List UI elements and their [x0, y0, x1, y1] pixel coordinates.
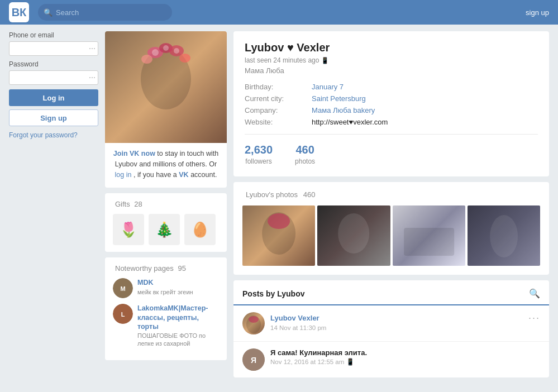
stats-row: 2,630 followers 460 photos: [245, 141, 538, 168]
post-avatar-1: [242, 312, 265, 334]
svg-point-14: [268, 213, 290, 229]
gifts-title: Gifts 28: [113, 200, 219, 208]
profile-name-text: Lyubov ♥ Vexler: [245, 41, 330, 54]
search-posts-icon[interactable]: 🔍: [529, 288, 540, 299]
page-avatar-lakomka: L: [113, 304, 133, 324]
website-label: Website:: [245, 118, 306, 126]
gifts-row: 🌷 🎄 🥚: [113, 214, 219, 245]
left-sidebar: Phone or email ⋯ Password ⋯ Log in Sign …: [9, 31, 98, 377]
city-label: Current city:: [245, 94, 306, 103]
profile-field-website: Website: http://sweet♥vexler.com: [245, 118, 538, 126]
svg-point-5: [179, 54, 190, 63]
photo-thumb-2[interactable]: [317, 205, 390, 266]
forgot-password-link[interactable]: Forgot your password?: [9, 131, 78, 139]
photos-label: photos: [295, 157, 315, 165]
profile-nickname: Мама Люба: [245, 66, 538, 75]
middle-column: Join VK now to stay in touch with Lyubov…: [105, 31, 227, 377]
gift-item: 🥚: [184, 214, 216, 245]
post-name-row-1: Lyubov Vexler ···: [270, 312, 540, 324]
svg-point-7: [163, 45, 169, 51]
photo-thumb-1[interactable]: [242, 205, 315, 266]
svg-text:Я: Я: [251, 356, 256, 365]
join-vk-bold[interactable]: Join VK now: [113, 150, 155, 157]
svg-text:L: L: [121, 311, 125, 318]
profile-name-row: Lyubov ♥ Vexler last seen 24 minutes ago…: [245, 41, 538, 64]
post-content-1: Lyubov Vexler ··· 14 Nov at 11:30 pm: [270, 312, 540, 334]
profile-photo-card: Join VK now to stay in touch with Lyubov…: [105, 31, 227, 188]
post-time-2: Nov 12, 2016 at 12:55 am 📱: [270, 358, 540, 366]
phone-input-wrap: ⋯: [9, 41, 98, 56]
post-time-1: 14 Nov at 11:30 pm: [270, 324, 540, 331]
svg-point-17: [490, 215, 518, 257]
stat-followers[interactable]: 2,630 followers: [245, 144, 273, 165]
post-name-1[interactable]: Lyubov Vexler: [270, 314, 319, 322]
svg-point-8: [174, 48, 179, 54]
posts-title: Posts by Lyubov: [242, 289, 305, 298]
header-signup-link[interactable]: sign up: [526, 8, 549, 17]
page-sub-mdk: мейк вк грейт эгеин: [137, 288, 219, 296]
right-column: Lyubov ♥ Vexler last seen 24 minutes ago…: [233, 31, 549, 377]
profile-field-birthday: Birthday: January 7: [245, 83, 538, 91]
page-info-lakomka: LakomkaMK|Мастер-классы, рецепты, торты …: [137, 304, 219, 347]
page-item-mdk: M MDK мейк вк грейт эгеин: [113, 278, 219, 298]
post-content-2: Я сама! Кулинарная элита. Nov 12, 2016 a…: [270, 348, 540, 371]
password-input[interactable]: [9, 70, 98, 85]
company-value[interactable]: Мама Люба bakery: [312, 106, 375, 114]
page-avatar-mdk: M: [113, 278, 133, 298]
birthday-label: Birthday:: [245, 83, 306, 91]
followers-count: 2,630: [245, 144, 273, 156]
post-title-2[interactable]: Я сама! Кулинарная элита.: [270, 348, 540, 357]
header: ВК 🔍 sign up: [0, 0, 558, 25]
svg-point-4: [141, 55, 152, 64]
svg-text:M: M: [120, 285, 125, 292]
gift-item: 🌷: [113, 214, 144, 245]
profile-name: Lyubov ♥ Vexler last seen 24 minutes ago…: [245, 41, 330, 64]
phone-label: Phone or email: [9, 31, 98, 39]
mobile-icon: 📱: [321, 57, 329, 64]
photo-thumb-4[interactable]: [468, 205, 540, 266]
photos-count: 460: [295, 144, 315, 156]
photo-thumb-3[interactable]: [393, 205, 465, 266]
page-item-lakomka: L LakomkaMK|Мастер-классы, рецепты, торт…: [113, 304, 219, 347]
post-avatar-2: Я: [242, 348, 265, 371]
photos-card: Lyubov's photos 460: [233, 182, 549, 275]
pages-title: Noteworthy pages 95: [113, 264, 219, 273]
photos-grid: [242, 205, 540, 266]
search-input[interactable]: [56, 8, 166, 17]
followers-label: followers: [245, 157, 273, 165]
main-layout: Phone or email ⋯ Password ⋯ Log in Sign …: [0, 25, 558, 384]
login-button[interactable]: Log in: [9, 89, 98, 106]
phone-input[interactable]: [9, 41, 98, 56]
login-link[interactable]: log in: [115, 171, 132, 179]
website-value[interactable]: http://sweet♥vexler.com: [312, 118, 388, 126]
search-bar: 🔍: [38, 4, 172, 21]
city-value[interactable]: Saint Petersburg: [312, 94, 366, 103]
svg-point-15: [338, 213, 369, 254]
posts-header: Posts by Lyubov 🔍: [233, 280, 549, 305]
post-item-1: Lyubov Vexler ··· 14 Nov at 11:30 pm: [233, 305, 549, 342]
search-icon: 🔍: [44, 8, 53, 17]
signup-button[interactable]: Sign up: [9, 109, 98, 126]
last-seen: last seen 24 minutes ago 📱: [245, 56, 330, 64]
birthday-value[interactable]: January 7: [312, 83, 344, 91]
post-more-1[interactable]: ···: [528, 312, 540, 324]
posts-card: Posts by Lyubov 🔍 Lyubov Vexler ··· 14 N…: [233, 280, 549, 377]
stat-photos[interactable]: 460 photos: [295, 144, 315, 165]
page-name-lakomka[interactable]: LakomkaMK|Мастер-классы, рецепты, торты: [137, 304, 219, 331]
gift-item: 🎄: [149, 214, 180, 245]
password-label: Password: [9, 60, 98, 68]
page-sub-lakomka: ПОШАГОВЫЕ ФОТО по лепке из сахарной: [137, 332, 219, 348]
company-label: Company:: [245, 106, 306, 114]
vk-logo[interactable]: ВК: [9, 2, 29, 22]
page-name-mdk[interactable]: MDK: [137, 278, 219, 287]
gifts-card: Gifts 28 🌷 🎄 🥚: [105, 193, 227, 252]
phone-eye-icon: ⋯: [89, 45, 96, 52]
post-item-2: Я Я сама! Кулинарная элита. Nov 12, 2016…: [233, 342, 549, 377]
vk-bold: VK: [179, 171, 188, 179]
join-text: Join VK now to stay in touch with Lyubov…: [105, 143, 227, 180]
profile-fields: Birthday: January 7 Current city: Saint …: [245, 83, 538, 126]
mobile-icon-2: 📱: [346, 358, 354, 366]
profile-divider: [245, 134, 538, 135]
profile-header-card: Lyubov ♥ Vexler last seen 24 minutes ago…: [233, 31, 549, 176]
password-eye-icon: ⋯: [89, 74, 96, 82]
